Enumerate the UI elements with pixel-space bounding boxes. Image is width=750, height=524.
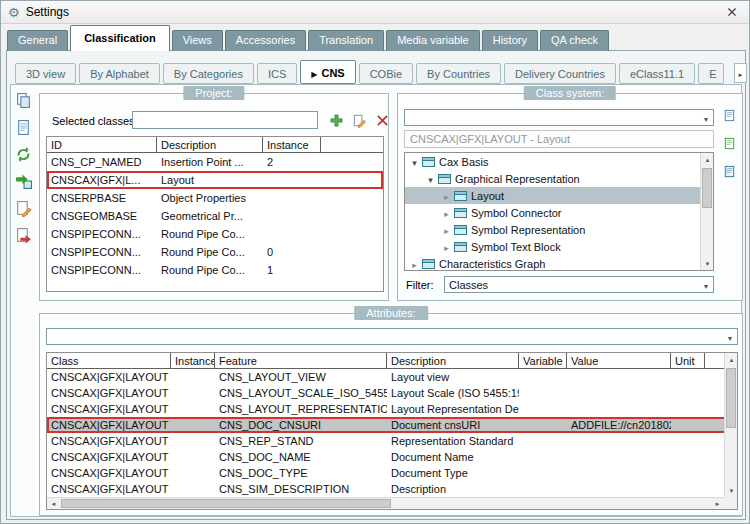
sub-tab[interactable]: By Countries: [416, 63, 501, 84]
scroll-thumb[interactable]: [61, 499, 391, 508]
attribute-row[interactable]: CNSCAX|GFX|LAYOUT CNS_LAYOUT_VIEW Layout…: [47, 369, 737, 385]
doc-edit-icon[interactable]: [14, 199, 32, 217]
sub-tab[interactable]: 3D view: [15, 63, 76, 84]
chevron-down-icon[interactable]: [699, 112, 713, 124]
column-header-class[interactable]: Class: [47, 353, 171, 368]
selected-classes-input[interactable]: [132, 111, 318, 129]
cell-feature: CNS_DOC_TYPE: [215, 467, 387, 479]
tree-item[interactable]: Cax Basis: [405, 153, 713, 170]
table-row[interactable]: CNSGEOMBASE Geometrical Pr...: [47, 207, 383, 225]
main-tab[interactable]: General: [7, 30, 68, 51]
close-button[interactable]: [722, 4, 742, 21]
attributes-hscrollbar[interactable]: [47, 497, 724, 509]
tree-scrollbar[interactable]: [700, 153, 713, 270]
expand-icon[interactable]: [425, 173, 436, 185]
tree-item[interactable]: Layout: [405, 187, 713, 204]
cell-class: CNSCAX|GFX|LAYOUT: [47, 483, 171, 495]
attribute-row[interactable]: CNSCAX|GFX|LAYOUT CNS_LAYOUT_REPRESENTAT…: [47, 401, 737, 417]
table-row[interactable]: CNS_CP_NAMED Insertion Point ... 2: [47, 153, 383, 171]
scroll-thumb[interactable]: [726, 368, 736, 428]
doc-export-icon[interactable]: [14, 226, 32, 244]
doc-copy-icon[interactable]: [14, 91, 32, 109]
column-header-unit[interactable]: Unit: [671, 353, 705, 368]
sub-tab[interactable]: eClass11.1: [619, 63, 695, 84]
scroll-left-icon[interactable]: [47, 498, 60, 510]
chevron-down-icon[interactable]: [723, 331, 737, 343]
attribute-row[interactable]: CNSCAX|GFX|LAYOUT CNS_SIM_DESCRIPTION De…: [47, 481, 737, 497]
tree-item[interactable]: Symbol Connector: [405, 204, 713, 221]
attributes-combo[interactable]: [46, 328, 738, 345]
column-header-description[interactable]: Description: [157, 137, 263, 152]
scroll-down-icon[interactable]: [701, 257, 714, 270]
expand-icon[interactable]: [441, 207, 452, 219]
document-blue-icon[interactable]: [720, 106, 738, 124]
column-header-instance[interactable]: Instance: [171, 353, 215, 368]
doc-add-icon[interactable]: [14, 118, 32, 136]
attributes-vscrollbar[interactable]: [724, 353, 737, 497]
table-row[interactable]: CNSCAX|GFX|L... Layout: [47, 171, 383, 189]
cell-value: ADDFILE://cn20180202: [567, 419, 671, 431]
attribute-row[interactable]: CNSCAX|GFX|LAYOUT CNS_DOC_TYPE Document …: [47, 465, 737, 481]
expand-icon[interactable]: [441, 241, 452, 253]
scroll-up-icon[interactable]: [701, 153, 714, 166]
sub-tab-label: By Countries: [427, 68, 490, 80]
document-teal-icon[interactable]: [720, 162, 738, 180]
main-tab[interactable]: Accessories: [225, 30, 306, 51]
scroll-thumb[interactable]: [702, 168, 712, 208]
remove-class-button[interactable]: [374, 112, 391, 129]
attribute-row[interactable]: CNSCAX|GFX|LAYOUT CNS_REP_STAND Represen…: [47, 433, 737, 449]
chevron-down-icon[interactable]: [699, 279, 713, 291]
import-icon[interactable]: [14, 172, 32, 190]
scroll-right-icon[interactable]: [711, 498, 724, 510]
class-system-toolbar: [720, 106, 738, 180]
attribute-row[interactable]: CNSCAX|GFX|LAYOUT CNS_LAYOUT_SCALE_ISO_5…: [47, 385, 737, 401]
expand-icon[interactable]: [441, 190, 452, 202]
main-tab[interactable]: Classification: [70, 25, 170, 51]
main-tab[interactable]: Views: [172, 30, 223, 51]
main-tab[interactable]: Translation: [308, 30, 384, 51]
sub-tab[interactable]: Delivery Countries: [504, 63, 616, 84]
attribute-row[interactable]: CNSCAX|GFX|LAYOUT CNS_DOC_CNSURI Documen…: [47, 417, 737, 433]
sub-tab[interactable]: COBie: [359, 63, 413, 84]
table-row[interactable]: CNSPIPECONN... Round Pipe Co... 0: [47, 243, 383, 261]
table-row[interactable]: CNSPIPECONN... Round Pipe Co... 1: [47, 261, 383, 279]
column-header-feature[interactable]: Feature: [215, 353, 387, 368]
expand-icon[interactable]: [409, 156, 420, 168]
main-tab[interactable]: QA check: [540, 30, 609, 51]
class-system-combo[interactable]: [404, 109, 714, 126]
cell-feature: CNS_LAYOUT_SCALE_ISO_5455_1979: [215, 387, 387, 399]
column-header-instance[interactable]: Instance: [263, 137, 321, 152]
tree-item[interactable]: Characteristics Graph: [405, 255, 713, 271]
column-header-id[interactable]: ID: [47, 137, 157, 152]
scroll-up-icon[interactable]: [725, 353, 738, 366]
subtab-scroll-right-button[interactable]: [734, 63, 747, 83]
tree-item[interactable]: Graphical Representation: [405, 170, 713, 187]
sync-icon[interactable]: [14, 145, 32, 163]
attribute-row[interactable]: CNSCAX|GFX|LAYOUT CNS_DOC_NAME Document …: [47, 449, 737, 465]
sub-tab[interactable]: ICS: [257, 63, 297, 84]
column-header-value[interactable]: Value: [567, 353, 671, 368]
sub-tab[interactable]: CNS: [300, 60, 355, 84]
filter-dropdown[interactable]: Classes: [444, 276, 714, 293]
scroll-down-icon[interactable]: [725, 484, 738, 497]
document-green-icon[interactable]: [720, 134, 738, 152]
add-class-button[interactable]: [328, 112, 345, 129]
sub-tab[interactable]: By Categories: [163, 63, 254, 84]
tree-item[interactable]: Symbol Representation: [405, 221, 713, 238]
sub-tab[interactable]: By Alphabet: [79, 63, 160, 84]
main-tab[interactable]: History: [482, 30, 538, 51]
sub-tab[interactable]: E: [698, 63, 724, 84]
edit-class-button[interactable]: [351, 112, 368, 129]
tree-item-label: Symbol Connector: [471, 207, 566, 219]
main-tab[interactable]: Media variable: [386, 30, 480, 51]
column-header-description[interactable]: Description: [387, 353, 519, 368]
selected-classes-label: Selected classes: [52, 115, 135, 127]
expand-icon[interactable]: [409, 258, 420, 270]
tree-item[interactable]: Symbol Text Block: [405, 238, 713, 255]
cell-class: CNSCAX|GFX|LAYOUT: [47, 435, 171, 447]
expand-icon[interactable]: [441, 224, 452, 236]
table-row[interactable]: CNSERPBASE Object Properties: [47, 189, 383, 207]
column-header-variable[interactable]: Variable: [519, 353, 567, 368]
cell-description: Layout Representation Depth: [387, 403, 519, 415]
table-row[interactable]: CNSPIPECONN... Round Pipe Co...: [47, 225, 383, 243]
